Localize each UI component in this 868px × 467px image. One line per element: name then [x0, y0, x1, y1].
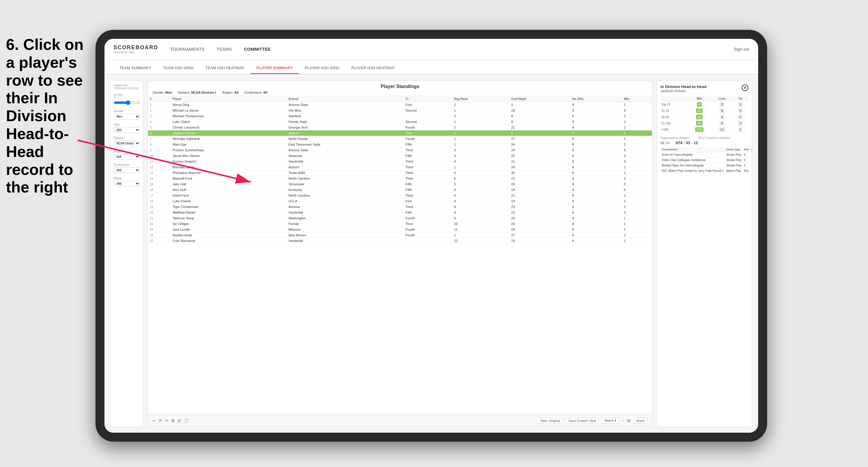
close-h2h-button[interactable]: ✕	[742, 85, 748, 91]
standings-table: # Player School Yr Reg Rank Conf Rank No…	[148, 96, 652, 244]
cell-win: 2	[622, 130, 652, 136]
table-row[interactable]: 25 Cole Sherwood Vanderbilt 12 23 8 1	[148, 238, 652, 244]
rounds-slider[interactable]	[114, 100, 140, 105]
forward-icon[interactable]: ↪	[165, 418, 168, 423]
table-row[interactable]: 17 David Ford North Carolina Third 6 21 …	[148, 193, 652, 198]
clock-icon[interactable]: 🕐	[184, 418, 189, 423]
subnav-player-h2h-heatmap[interactable]: PLAYER H2H HEATMAP	[345, 63, 401, 74]
cell-school: Tennessee	[287, 181, 404, 187]
table-row[interactable]: 8 Mats Ege East Tennessee State Fifth 1 …	[148, 142, 652, 147]
table-row[interactable]: 20 Matthew Riedel Vanderbilt Fifth 8 23 …	[148, 210, 652, 215]
paste-icon[interactable]: ⊟	[178, 418, 181, 423]
cell-reg: 1	[452, 102, 509, 108]
watch-btn[interactable]: Watch ▾	[602, 417, 619, 424]
t-pos: 2	[743, 163, 750, 168]
redo-icon[interactable]: ⟳	[159, 418, 162, 423]
cell-win: 2	[622, 204, 652, 210]
filter-rounds: No Rds.6	[114, 93, 140, 106]
h2h-range: Top 10	[660, 101, 687, 108]
view-original-btn[interactable]: View: Original	[537, 418, 563, 424]
tournament-row: Fallen Oak Collegiate Invitational Strok…	[660, 158, 752, 163]
table-row[interactable]: 12 Brendan Valles Auburn Third 1 24 8 1	[148, 164, 652, 170]
cell-win: 1	[622, 170, 652, 176]
col-win: Win	[622, 96, 652, 102]
cell-player: Jake Hall	[171, 181, 286, 187]
h2h-table: Win Loss Tie Top 10 8 3 2 11-25 20 9 5 2…	[660, 96, 748, 133]
table-row[interactable]: 16 Alex Goff Kentucky Fifth 8 19 8 0	[148, 187, 652, 193]
export-icon[interactable]: ↑	[622, 418, 624, 423]
col-player: Player	[171, 96, 286, 102]
table-row[interactable]: 3 Michael Thorbjornsen Stanford 2 8 8 1	[148, 114, 652, 119]
year-label: Year	[114, 123, 140, 126]
division-select[interactable]: NCAA Division I	[114, 141, 140, 146]
table-row[interactable]: 2 Michael La Sasse Ole Miss Second 1 18 …	[148, 108, 652, 114]
cell-player: Michael Thorbjornsen	[171, 114, 286, 119]
table-row[interactable]: 15 Jake Hall Tennessee Fifth 5 26 8 0	[148, 181, 652, 187]
cell-rds: 8	[570, 232, 622, 238]
sign-out-button[interactable]: Sign out	[734, 47, 749, 52]
nav-committee[interactable]: COMMITTEE	[244, 45, 271, 53]
nav-tournaments[interactable]: TOURNAMENTS	[170, 45, 205, 53]
h2h-title: In Division Head-to-Head	[660, 85, 707, 89]
table-row[interactable]: 13 Phichaksn Maichon Texas A&M Third 6 3…	[148, 170, 652, 176]
table-row[interactable]: 24 Bastien Amat New Mexico Fourth 1 27 8…	[148, 232, 652, 238]
table-row[interactable]: 1 Wenyi Ding Arizona State First 1 1 8 1	[148, 102, 652, 108]
gender-select[interactable]: Men	[114, 114, 140, 119]
share-btn[interactable]: Share	[633, 418, 647, 424]
save-custom-btn[interactable]: Save Custom View	[566, 418, 599, 424]
table-row[interactable]: 9 Preston Summerhays Arizona State Third…	[148, 147, 652, 153]
player-standings: Player Standings Gender: Men Division: N…	[148, 81, 652, 427]
cell-rank: 25	[148, 238, 171, 244]
table-row[interactable]: 22 Ian Gilligan Florida Third 10 24 8 1	[148, 221, 652, 227]
standings-meta: Gender: Men Division: NCAA Division I Re…	[153, 91, 647, 94]
cell-rds: 8	[570, 130, 622, 136]
table-header-row: # Player School Yr Reg Rank Conf Rank No…	[148, 96, 652, 102]
cell-rank: 2	[148, 108, 171, 114]
table-row[interactable]: 19 Tiger Christensen Arizona Third 8 23 …	[148, 204, 652, 210]
cell-school: Vanderbilt	[287, 238, 404, 244]
subnav-team-summary[interactable]: TEAM SUMMARY	[114, 63, 157, 74]
table-row[interactable]: 21 Taehoon Song Washington Fourth 6 23 8…	[148, 215, 652, 221]
cell-school: Stanford	[287, 114, 404, 119]
table-row[interactable]: 6 Jackson Koivun Auburn First 1 8 8 2	[148, 130, 652, 136]
table-row[interactable]: 11 Gordon Sargent Vanderbilt Third 4 21 …	[148, 159, 652, 164]
gender-meta: Gender: Men	[153, 91, 172, 94]
nav-teams[interactable]: TEAMS	[217, 45, 232, 53]
table-row[interactable]: 5 Christo Lamprecht Georgia Tech Fourth …	[148, 125, 652, 130]
conference-select[interactable]: (All)	[114, 167, 140, 173]
table-row[interactable]: 23 Jack Lundin Missouri Fourth 11 24 8 1	[148, 227, 652, 232]
region-select[interactable]: N/A	[114, 154, 140, 160]
grid-icon[interactable]: ⊞	[627, 418, 630, 423]
cell-reg: 5	[452, 181, 509, 187]
table-row[interactable]: 10 Jacob Mox Olesen Arkansas Fifth 4 25 …	[148, 153, 652, 159]
cell-player: Nicholas Gabrelcik	[171, 136, 286, 142]
subnav-player-h2h-grid[interactable]: PLAYER H2H GRID	[299, 63, 345, 74]
subnav-player-summary[interactable]: PLAYER SUMMARY	[250, 63, 299, 74]
copy-icon[interactable]: ⊞	[171, 418, 175, 423]
cell-yr: Third	[404, 170, 452, 176]
table-row[interactable]: 4 Luke Claton Florida State Second 1 8 8…	[148, 119, 652, 125]
cell-school: Missouri	[287, 227, 404, 232]
h2h-win: 20	[687, 108, 712, 114]
standings-header: Player Standings Gender: Men Division: N…	[148, 81, 652, 96]
h2h-loss: 6	[712, 120, 733, 127]
player-select[interactable]: (All)	[114, 181, 140, 187]
year-select[interactable]: (All)	[114, 127, 140, 133]
table-row[interactable]: 18 Luke Powell UCLA First 4 24 8 1	[148, 198, 652, 204]
cell-conf: 23	[509, 238, 570, 244]
cell-reg: 6	[452, 215, 509, 221]
cell-conf: 27	[509, 232, 570, 238]
table-row[interactable]: 7 Nicholas Gabrelcik North Florida Fourt…	[148, 136, 652, 142]
cell-yr: Third	[404, 204, 452, 210]
cell-yr: Fourth	[404, 136, 452, 142]
table-row[interactable]: 14 Maxwell Ford North Carolina Third 6 2…	[148, 176, 652, 181]
filter-conference: Conference (All)	[114, 163, 140, 173]
table-container: # Player School Yr Reg Rank Conf Rank No…	[148, 96, 652, 414]
cell-yr: Third	[404, 164, 452, 170]
undo-icon[interactable]: ↩	[153, 418, 156, 423]
cell-conf: 24	[509, 147, 570, 153]
h2h-loss: 9	[712, 108, 733, 114]
subnav-team-h2h-grid[interactable]: TEAM H2H GRID	[157, 63, 199, 74]
h2h-row: Top 10 8 3 2	[660, 101, 748, 108]
subnav-team-h2h-heatmap[interactable]: TEAM H2H HEATMAP	[199, 63, 250, 74]
